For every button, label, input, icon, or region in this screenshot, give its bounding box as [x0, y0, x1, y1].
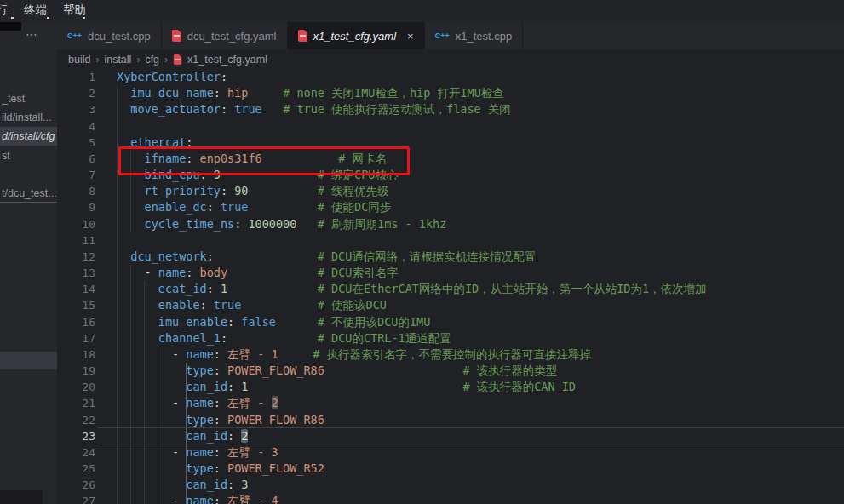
menu-item-help[interactable]: 帮助	[63, 3, 86, 18]
line-number[interactable]: 26	[57, 477, 95, 493]
code-line[interactable]: 7 bind_cpu: 9 # 绑定CPU核心	[57, 167, 844, 183]
sidebar-highlight-band[interactable]	[0, 352, 57, 369]
breadcrumb-build[interactable]: build	[68, 54, 90, 66]
code-line[interactable]: 11	[57, 232, 844, 249]
line-number[interactable]: 18	[57, 346, 95, 363]
indent-guide	[117, 330, 118, 346]
line-number[interactable]: 8	[57, 183, 95, 199]
breadcrumb-cfg[interactable]: cfg	[145, 54, 159, 66]
code-text: cycle_time_ns: 1000000 # 刷新周期1ms - 1khz	[117, 216, 844, 232]
token-key: can_id	[186, 429, 227, 443]
code-line[interactable]: 19 type: POWER_FLOW_R86 # 该执行器的类型	[57, 363, 844, 379]
corner-block	[0, 22, 21, 31]
line-number[interactable]: 4	[57, 118, 95, 135]
code-line[interactable]: 24 - name: 左臂 - 3	[57, 444, 844, 461]
sidebar-item[interactable]: ild/install...	[2, 112, 57, 123]
line-number[interactable]: 21	[57, 395, 95, 411]
sidebar-item[interactable]: _test	[2, 93, 57, 105]
indent-guide	[130, 151, 131, 167]
token-bool: true	[214, 298, 242, 312]
code-line[interactable]: 16 imu_enable: false # 不使用该DCU的IMU	[57, 314, 844, 330]
line-number[interactable]: 7	[57, 167, 95, 183]
token-key: type	[186, 364, 214, 377]
code-line[interactable]: 15 enable: true # 使能该DCU	[57, 297, 844, 313]
token-punct: :	[200, 298, 207, 312]
indent-guide	[130, 346, 131, 363]
breadcrumb: build › install › cfg › x1_test_cfg.yaml	[57, 49, 844, 69]
code-line[interactable]: 8 rt_priority: 90 # 线程优先级	[57, 183, 844, 199]
token-ws	[214, 282, 221, 295]
sidebar-item[interactable]: st	[2, 150, 57, 162]
tab-x1_test_cfg-yaml[interactable]: x1_test_cfg.yaml ×	[288, 22, 425, 49]
line-number[interactable]: 16	[57, 314, 95, 330]
code-line[interactable]: 10 cycle_time_ns: 1000000 # 刷新周期1ms - 1k…	[57, 216, 844, 232]
code-line[interactable]: 21 - name: 左臂 - 2	[57, 395, 844, 411]
code-line[interactable]: 13 - name: body # DCU索引名字	[57, 265, 844, 281]
sidebar-item[interactable]: t/dcu_test...	[2, 187, 57, 199]
tab-dcu_test_cfg-yaml[interactable]: dcu_test_cfg.yaml	[162, 22, 288, 49]
menu-item-terminal[interactable]: 终端	[24, 3, 47, 18]
token-ws	[221, 445, 227, 459]
more-actions-icon[interactable]: ⋯	[26, 27, 39, 41]
line-number[interactable]: 23	[57, 428, 95, 444]
code-line[interactable]: 2 imu_dcu_name: hip # none 关闭IMU检查，hip 打…	[57, 85, 844, 101]
line-number[interactable]: 3	[57, 101, 95, 117]
line-number[interactable]: 9	[57, 199, 95, 215]
code-line[interactable]: 6 ifname: enp0s31f6 # 网卡名	[57, 151, 844, 167]
code-text: dcu_network: # DCU通信网络，请根据实机连接情况配置	[117, 249, 844, 265]
line-number[interactable]: 11	[57, 232, 95, 249]
indent-guide	[144, 330, 145, 346]
line-number[interactable]: 19	[57, 363, 95, 379]
line-number[interactable]: 5	[57, 135, 95, 151]
code-text: ecat_id: 1 # DCU在EtherCAT网络中的ID，从主站开始，第一…	[117, 281, 844, 297]
line-number[interactable]: 12	[57, 249, 95, 265]
line-number[interactable]: 10	[57, 216, 95, 232]
code-line[interactable]: 26 can_id: 3	[57, 477, 844, 493]
line-number[interactable]: 24	[57, 444, 95, 461]
line-number[interactable]: 17	[57, 330, 95, 346]
indent-guide	[117, 199, 118, 215]
token-bool: true	[221, 200, 249, 214]
token-ws	[227, 331, 318, 345]
line-number[interactable]: 2	[57, 85, 95, 101]
line-number[interactable]: 14	[57, 281, 95, 297]
code-line[interactable]: 4	[57, 118, 844, 135]
code-line[interactable]: 1XyberController:	[57, 69, 844, 85]
code-line[interactable]: 14 ecat_id: 1 # DCU在EtherCAT网络中的ID，从主站开始…	[57, 281, 844, 297]
line-number[interactable]: 25	[57, 461, 95, 477]
code-line[interactable]: 17 channel_1: # DCU的CTRL-1通道配置	[57, 330, 844, 346]
indent-guide	[117, 135, 118, 151]
breadcrumb-file[interactable]: x1_test_cfg.yaml	[187, 54, 267, 66]
sidebar-item-selected[interactable]: d/install/cfg	[2, 130, 57, 142]
code-line[interactable]: 18 - name: 左臂 - 1 # 执行器索引名字，不需要控制的执行器可直接…	[57, 346, 844, 363]
line-number[interactable]: 15	[57, 297, 95, 313]
line-number[interactable]: 1	[57, 69, 95, 85]
indent-guide	[117, 265, 118, 281]
indent-guide	[117, 297, 118, 313]
indent-guide	[144, 428, 145, 444]
line-number[interactable]: 22	[57, 412, 95, 428]
menu-item-run[interactable]: 行	[0, 3, 9, 18]
token-ws	[117, 380, 186, 393]
code-line[interactable]: 5 ethercat:	[57, 135, 844, 151]
indent-guide	[117, 444, 118, 461]
code-line[interactable]: 25 type: POWER_FLOW_R52	[57, 461, 844, 477]
code-line[interactable]: 3 move_actuator: true # true 使能执行器运动测试，f…	[57, 101, 844, 117]
line-number[interactable]: 13	[57, 265, 95, 281]
code-line[interactable]: 23 can_id: 2	[57, 428, 844, 444]
line-number[interactable]: 6	[57, 151, 95, 167]
close-icon[interactable]: ×	[407, 30, 414, 43]
line-number[interactable]: 20	[57, 379, 95, 395]
tab-x1_test-cpp[interactable]: C++ x1_test.cpp	[425, 22, 524, 49]
code-line[interactable]: 22 type: POWER_FLOW_R86	[57, 412, 844, 428]
code-line[interactable]: 27 - name: 左臂 - 4	[57, 493, 844, 504]
line-number[interactable]: 27	[57, 493, 95, 504]
tab-dcu_test-cpp[interactable]: C++ dcu_test.cpp	[57, 22, 162, 49]
code-editor[interactable]: 1XyberController:2 imu_dcu_name: hip # n…	[57, 69, 844, 504]
breadcrumb-install[interactable]: install	[104, 54, 131, 66]
code-line[interactable]: 9 enable_dc: true # 使能DC同步	[57, 199, 844, 215]
code-line[interactable]: 20 can_id: 1 # 该执行器的CAN ID	[57, 379, 844, 395]
token-com: # 使能该DCU	[318, 298, 387, 312]
token-dash: -	[172, 347, 179, 361]
code-line[interactable]: 12 dcu_network: # DCU通信网络，请根据实机连接情况配置	[57, 249, 844, 265]
